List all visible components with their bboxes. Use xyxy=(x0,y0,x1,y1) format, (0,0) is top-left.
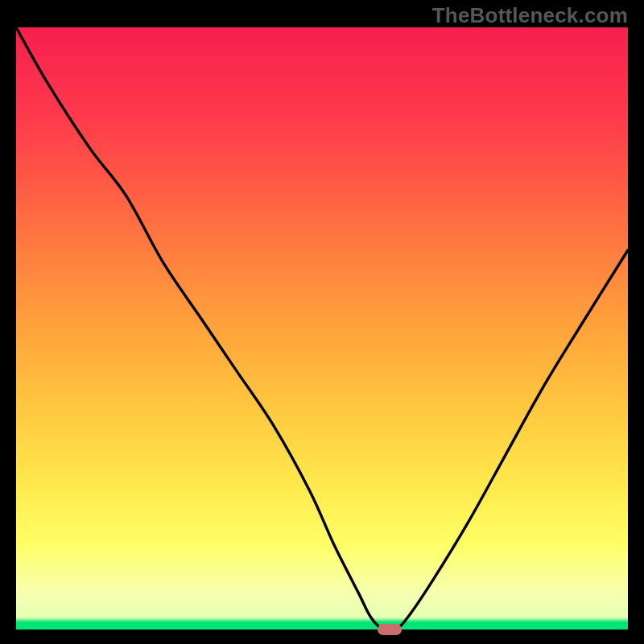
bottleneck-curve xyxy=(16,27,628,630)
plot-area xyxy=(16,27,628,630)
chart-container: TheBottleneck.com xyxy=(0,0,644,644)
optimal-marker xyxy=(378,624,402,635)
watermark-text: TheBottleneck.com xyxy=(432,3,628,28)
curve-layer xyxy=(16,27,628,630)
